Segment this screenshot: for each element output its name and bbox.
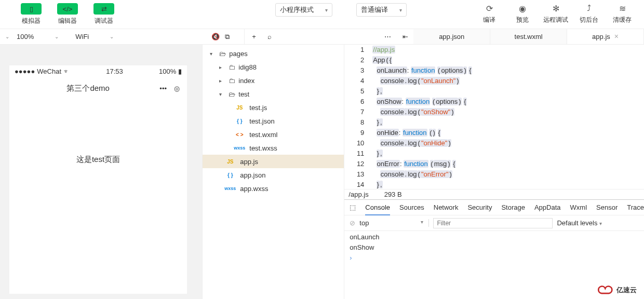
close-icon[interactable]: × [614, 32, 619, 40]
file-test-wxss[interactable]: wxsstest.wxss [203, 141, 344, 155]
more-icon[interactable]: ••• [159, 85, 167, 92]
cloud-icon [597, 284, 614, 296]
sub-toolbar: ⌄ 100%⌄ WiFi⌄ 🔇 ⧉ + ⌕ ⋯ ⇤ app.json test.… [0, 29, 644, 45]
folder-idig88[interactable]: ▸🗀idig88 [203, 60, 344, 74]
simulator-label: 模拟器 [22, 17, 41, 25]
chevron-down-icon[interactable]: ⌄ [5, 34, 9, 39]
compile-button[interactable]: ⟳编译 [477, 3, 502, 24]
file-test-json[interactable]: { }test.json [203, 114, 344, 128]
mode-select-value: 小程序模式 [280, 5, 314, 15]
phone-status-bar: ●●●●● WeChat ᯤ 17:53 100% ▮ [9, 65, 187, 77]
console-line: onLaunch [350, 233, 639, 243]
editor-status: /app.js 293 B [344, 189, 644, 199]
target-icon[interactable]: ◎ [174, 85, 180, 92]
network-select[interactable]: WiFi⌄ [72, 31, 123, 43]
console-output: onLaunch onShow › [344, 231, 644, 266]
js-icon: JS [223, 159, 237, 165]
compile-select-value: 普通编译 [361, 5, 388, 15]
eye-icon: ◉ [519, 3, 526, 13]
tab-test-wxml[interactable]: test.wxml [490, 29, 567, 44]
chevron-down-icon: ▾ [599, 221, 602, 226]
phone-title: 第三个demo [17, 84, 159, 93]
tab-network[interactable]: Network [434, 203, 459, 211]
bug-icon: ✻ [553, 3, 559, 13]
tab-trace[interactable]: Trace [627, 203, 644, 211]
tab-storage[interactable]: Storage [501, 203, 525, 211]
background-button[interactable]: ⤴切后台 [576, 3, 601, 24]
simulator-panel: ●●●●● WeChat ᯤ 17:53 100% ▮ 第三个demo •••◎… [0, 45, 203, 299]
file-tree: ▾🗁pages ▸🗀idig88 ▸🗀index ▾🗁test JStest.j… [203, 45, 344, 299]
tab-app-json[interactable]: app.json [413, 29, 490, 44]
compile-select[interactable]: 普通编译▾ [356, 3, 407, 17]
folder-index[interactable]: ▸🗀index [203, 74, 344, 87]
code-icon: </> [63, 5, 73, 13]
js-icon: JS [233, 105, 246, 111]
search-icon[interactable]: ⌕ [267, 33, 272, 40]
remote-debug-button[interactable]: ✻远程调试 [543, 3, 568, 24]
phone-header: 第三个demo •••◎ [9, 77, 187, 100]
mute-icon[interactable]: 🔇 [211, 33, 220, 41]
top-mid-group: 小程序模式▾ 普通编译▾ [275, 3, 407, 17]
chevron-down-icon: ▾ [421, 219, 423, 227]
clear-cache-button[interactable]: ≋清缓存 [610, 3, 635, 24]
chevron-down-icon: ⌄ [55, 34, 59, 39]
chevron-down-icon: ⌄ [110, 34, 114, 39]
tab-appdata[interactable]: AppData [534, 203, 561, 211]
filter-input[interactable] [433, 218, 553, 228]
folder-icon: 🗁 [229, 90, 235, 98]
simulator-button[interactable]: ▯ 模拟器 [21, 3, 42, 25]
console-filter-bar: ⊘ top▾ Default levels ▾ [344, 215, 644, 231]
phone-icon: ▯ [30, 5, 33, 13]
file-size: 293 B [384, 191, 402, 198]
phone-battery: 100% [159, 67, 176, 75]
file-app-js[interactable]: JSapp.js [203, 155, 344, 168]
tab-security[interactable]: Security [467, 203, 492, 211]
zoom-select[interactable]: 100%⌄ [14, 31, 68, 43]
tab-sensor[interactable]: Sensor [596, 203, 618, 211]
editor-button[interactable]: </> 编辑器 [57, 3, 78, 25]
wxss-icon: wxss [223, 186, 237, 191]
tab-console[interactable]: Console [365, 203, 390, 215]
file-app-json[interactable]: { }app.json [203, 168, 344, 182]
folder-test[interactable]: ▾🗁test [203, 87, 344, 101]
preview-button[interactable]: ◉预览 [510, 3, 535, 24]
battery-icon: ▮ [178, 67, 182, 75]
exit-icon: ⤴ [587, 3, 591, 13]
phone-body-text: 这是test页面 [9, 100, 187, 165]
json-icon: { } [233, 118, 246, 124]
code-editor[interactable]: 1234567891011121314 //app.jsApp({ onLaun… [344, 45, 644, 189]
chevron-down-icon: ▾ [399, 7, 402, 13]
context-select[interactable]: top▾ [359, 219, 429, 227]
folder-icon: 🗀 [229, 63, 235, 71]
add-file-icon[interactable]: + [252, 33, 256, 40]
file-app-wxss[interactable]: wxssapp.wxss [203, 182, 344, 195]
more-icon[interactable]: ⋯ [384, 33, 391, 40]
folder-pages[interactable]: ▾🗁pages [203, 47, 344, 60]
tab-wxml[interactable]: Wxml [570, 203, 587, 211]
debugger-button[interactable]: ⇄ 调试器 [93, 3, 114, 25]
file-test-wxml[interactable]: < >test.wxml [203, 128, 344, 141]
mode-select[interactable]: 小程序模式▾ [275, 3, 332, 17]
levels-select[interactable]: Default levels ▾ [557, 219, 602, 227]
inspect-icon[interactable]: ⬚ [350, 203, 356, 211]
wxss-icon: wxss [233, 145, 246, 151]
line-gutter: 1234567891011121314 [344, 45, 369, 189]
file-test-js[interactable]: JStest.js [203, 101, 344, 114]
layers-icon: ≋ [619, 3, 626, 13]
rotate-icon[interactable]: ⧉ [225, 33, 230, 41]
editor-label: 编辑器 [58, 17, 77, 25]
devtools-tabs: ⬚ Console Sources Network Security Stora… [344, 200, 644, 215]
phone-time: 17:53 [106, 67, 123, 75]
collapse-tree-icon[interactable]: ⇤ [403, 33, 413, 40]
folder-icon: 🗀 [229, 77, 235, 85]
top-right-group: ⟳编译 ◉预览 ✻远程调试 ⤴切后台 ≋清缓存 [477, 3, 644, 24]
code-content[interactable]: //app.jsApp({ onLaunch: function (option… [369, 45, 644, 189]
console-prompt[interactable]: › [350, 254, 639, 264]
tab-app-js[interactable]: app.js× [567, 29, 644, 44]
clear-console-icon[interactable]: ⊘ [350, 219, 355, 227]
signal-icon: ●●●●● [15, 67, 35, 75]
refresh-icon: ⟳ [486, 3, 493, 13]
json-icon: { } [223, 172, 237, 178]
tab-sources[interactable]: Sources [399, 203, 424, 211]
folder-icon: 🗁 [219, 50, 226, 58]
